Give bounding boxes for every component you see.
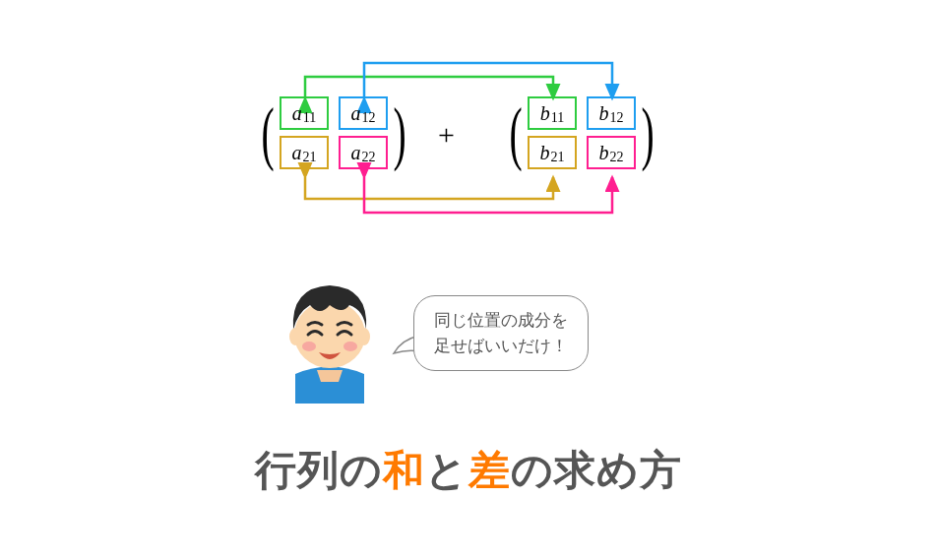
cell-a11: a11 bbox=[280, 96, 329, 130]
right-paren-icon: ) bbox=[641, 97, 654, 168]
cell-b11: b11 bbox=[528, 96, 577, 130]
cell-a22: a22 bbox=[339, 136, 388, 169]
matrix-b: ( b11 b12 b21 b22 ) bbox=[504, 96, 659, 169]
cell-a21: a21 bbox=[280, 136, 329, 169]
plus-operator: + bbox=[438, 118, 455, 152]
left-paren-icon: ( bbox=[261, 97, 274, 168]
speech-bubble: 同じ位置の成分を 足せばいいだけ！ bbox=[413, 295, 589, 371]
speech-line-1: 同じ位置の成分を bbox=[434, 308, 568, 334]
cell-b21: b21 bbox=[528, 136, 577, 169]
character-area: 同じ位置の成分を 足せばいいだけ！ bbox=[276, 276, 669, 413]
cell-a12: a12 bbox=[339, 96, 388, 130]
matrix-addition-diagram: ( a11 a12 a21 a22 ) + ( b11 b12 b21 b22 … bbox=[0, 59, 936, 236]
left-paren-icon: ( bbox=[509, 97, 522, 168]
svg-point-3 bbox=[302, 342, 316, 351]
svg-point-2 bbox=[358, 328, 370, 345]
boy-character-icon bbox=[276, 276, 384, 404]
cell-b12: b12 bbox=[587, 96, 636, 130]
cell-b22: b22 bbox=[587, 136, 636, 169]
svg-point-4 bbox=[343, 342, 357, 351]
matrix-a: ( a11 a12 a21 a22 ) bbox=[256, 96, 411, 169]
svg-point-1 bbox=[289, 328, 301, 345]
page-title: 行列の和と差の求め方 bbox=[0, 443, 936, 498]
right-paren-icon: ) bbox=[393, 97, 406, 168]
speech-line-2: 足せばいいだけ！ bbox=[434, 334, 568, 359]
